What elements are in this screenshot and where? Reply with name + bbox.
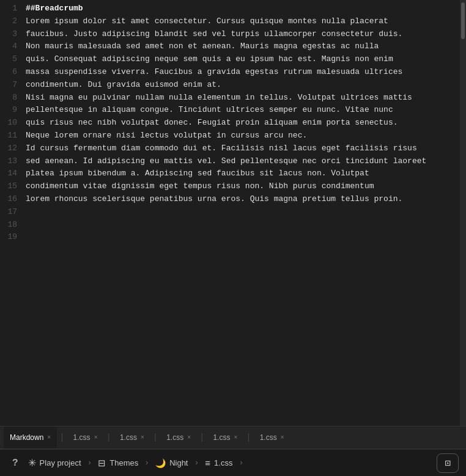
- editor-line: [26, 219, 453, 232]
- play-icon: ✳: [28, 457, 36, 469]
- editor-line: Nisi magna eu pulvinar nullam nulla elem…: [26, 92, 453, 104]
- editor-line: [26, 231, 453, 244]
- tab-close-button[interactable]: ×: [94, 434, 98, 441]
- line-number: 5: [12, 53, 17, 66]
- tab-divider: |: [243, 433, 253, 442]
- arrow-2: ›: [144, 458, 149, 467]
- tab-close-button[interactable]: ×: [234, 434, 237, 441]
- terminal-icon: ⊡: [445, 457, 451, 469]
- line-number: 15: [7, 180, 17, 193]
- tab-label: 1.css: [260, 433, 277, 442]
- night-label: Night: [169, 458, 188, 467]
- line-number: 8: [12, 92, 17, 104]
- file-button[interactable]: ≡ 1.css: [200, 455, 237, 471]
- tab-divider: |: [197, 433, 207, 442]
- tab-item[interactable]: 1.css×: [160, 427, 197, 449]
- line-numbers: 12345678910111213141516171819: [0, 0, 23, 426]
- tab-label: Markdown: [10, 433, 43, 442]
- editor-line: Neque lorem ornare nisi lectus volutpat …: [26, 130, 453, 142]
- tab-close-button[interactable]: ×: [187, 434, 191, 441]
- tab-divider: |: [150, 433, 160, 442]
- editor-content[interactable]: ##BreadcrumbLorem ipsum dolor sit amet c…: [23, 0, 460, 426]
- line-number: 19: [7, 231, 17, 244]
- line-number: 3: [12, 28, 17, 41]
- editor-line: faucibus. Justo adipiscing blandit sed v…: [26, 28, 453, 41]
- line-number: 1: [12, 2, 17, 15]
- line-number: 2: [12, 15, 17, 28]
- editor-line: quis risus nec nibh volutpat donec. Feug…: [26, 117, 453, 130]
- editor-line: [26, 206, 453, 219]
- arrow-3: ›: [194, 458, 199, 467]
- tab-item[interactable]: 1.css×: [114, 427, 150, 449]
- editor-line: massa suspendisse viverra. Faucibus a gr…: [26, 66, 453, 79]
- scrollbar-track[interactable]: [460, 0, 466, 426]
- night-button[interactable]: 🌙 Night: [150, 456, 193, 471]
- line-number: 18: [7, 219, 17, 232]
- line-number: 4: [12, 40, 17, 53]
- tab-close-button[interactable]: ×: [281, 434, 284, 441]
- themes-icon: ⊟: [98, 458, 106, 469]
- themes-label: Themes: [109, 458, 138, 467]
- editor-line: condimentum. Dui gravida euismod enim at…: [26, 79, 453, 92]
- tab-item[interactable]: 1.css×: [207, 427, 243, 449]
- status-bar: ? ✳ Play project › ⊟ Themes › 🌙 Night › …: [0, 449, 466, 476]
- line-number: 7: [12, 79, 17, 92]
- tabs-bar: Markdown×|1.css×|1.css×|1.css×|1.css×|1.…: [0, 426, 466, 449]
- tab-item[interactable]: 1.css×: [67, 427, 104, 449]
- editor-line: lorem rhoncus scelerisque penatibus urna…: [26, 193, 453, 206]
- help-button[interactable]: ?: [7, 455, 23, 471]
- line-number: 17: [7, 206, 17, 219]
- line-number: 12: [7, 142, 17, 155]
- editor-line: sed aenean. Id adipiscing eu mattis vel.…: [26, 155, 453, 168]
- tab-divider: |: [103, 433, 113, 442]
- tab-item[interactable]: 1.css×: [254, 427, 290, 449]
- line-number: 10: [7, 117, 17, 130]
- editor-line: condimentum vitae dignissim eget tempus …: [26, 180, 453, 193]
- night-icon: 🌙: [155, 458, 166, 468]
- tab-close-button[interactable]: ×: [141, 434, 144, 441]
- file-icon: ≡: [205, 458, 210, 468]
- editor-line: ##Breadcrumb: [26, 2, 453, 15]
- editor-line: platea ipsum bibendum a. Adipiscing sed …: [26, 167, 453, 180]
- editor-line: Id cursus fermentum diam commodo dui et.…: [26, 142, 453, 155]
- editor-line: Lorem ipsum dolor sit amet consectetur. …: [26, 15, 453, 28]
- line-number: 16: [7, 193, 17, 206]
- tab-item[interactable]: Markdown×: [4, 427, 57, 449]
- arrow-4: ›: [239, 458, 243, 467]
- play-label: Play project: [40, 458, 81, 467]
- line-number: 14: [7, 167, 17, 180]
- tab-label: 1.css: [73, 433, 91, 442]
- file-label: 1.css: [214, 458, 232, 467]
- tab-label: 1.css: [120, 433, 137, 442]
- line-number: 9: [12, 104, 17, 117]
- editor-line: pellentesque in aliquam congue. Tincidun…: [26, 104, 453, 117]
- terminal-button[interactable]: ⊡: [437, 453, 459, 473]
- line-number: 6: [12, 66, 17, 79]
- editor-area: 12345678910111213141516171819 ##Breadcru…: [0, 0, 466, 426]
- line-number: 13: [7, 155, 17, 168]
- tab-label: 1.css: [166, 433, 183, 442]
- editor-line: Non mauris malesuada sed amet non et aen…: [26, 40, 453, 53]
- themes-button[interactable]: ⊟ Themes: [93, 455, 143, 471]
- play-project-button[interactable]: ✳ Play project: [23, 455, 86, 471]
- editor-line: quis. Consequat adipiscing neque sem qui…: [26, 53, 453, 66]
- line-number: 11: [7, 130, 17, 142]
- tab-label: 1.css: [213, 433, 230, 442]
- tab-divider: |: [57, 433, 67, 442]
- tab-close-button[interactable]: ×: [47, 434, 51, 441]
- scrollbar-thumb[interactable]: [461, 2, 465, 39]
- arrow-1: ›: [87, 458, 92, 467]
